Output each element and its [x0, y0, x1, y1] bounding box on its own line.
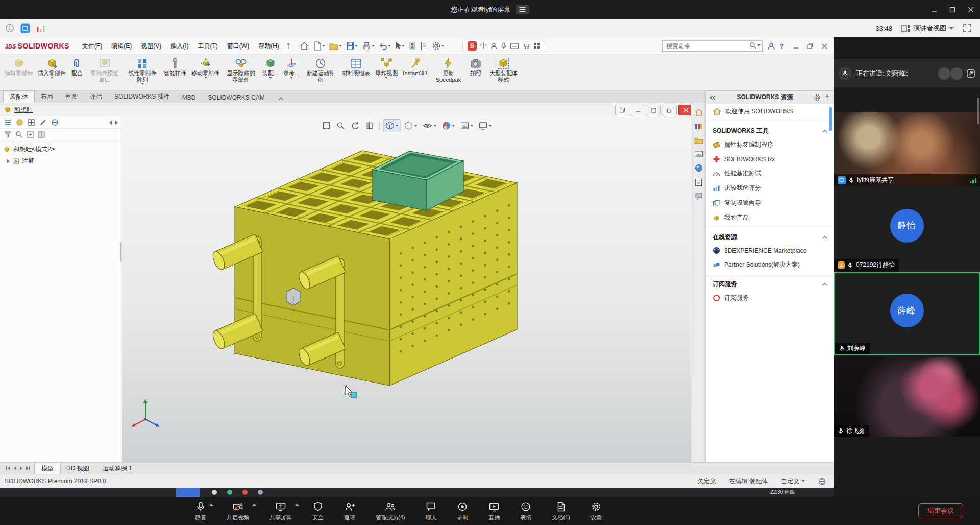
compare-my-score-item[interactable]: 比较我的评分: [706, 181, 834, 196]
welcome-solidworks-item[interactable]: 欢迎使用 SOLIDWORKS: [706, 104, 834, 119]
tree-root-item[interactable]: 和想吐<模式2>: [0, 144, 122, 155]
chevron-up-icon[interactable]: [295, 503, 299, 506]
gear-icon[interactable]: [814, 94, 821, 101]
rebuild-button[interactable]: [407, 40, 418, 52]
ribbon-bom-button[interactable]: 材料明细表: [339, 56, 373, 78]
hex-nut[interactable]: [286, 288, 301, 305]
user-account-icon[interactable]: [767, 42, 775, 50]
command-search[interactable]: [662, 40, 763, 52]
sw-minimize-button[interactable]: [789, 40, 803, 52]
live-button[interactable]: 直播: [488, 501, 500, 521]
menu-edit[interactable]: 编辑(E): [107, 37, 136, 55]
performance-benchmark-item[interactable]: 性能基准测试: [706, 166, 834, 181]
fullscreen-icon[interactable]: [963, 23, 972, 33]
pin-icon[interactable]: [824, 94, 830, 101]
first-tab-button[interactable]: [6, 466, 10, 470]
tab-model[interactable]: 模型: [34, 463, 61, 474]
file-explorer-tab-icon[interactable]: [694, 136, 703, 144]
meeting-menu-icon[interactable]: [516, 5, 529, 14]
subscription-services-item[interactable]: 订阅服务: [706, 291, 834, 305]
print-button[interactable]: [360, 40, 376, 52]
filter-icon[interactable]: [4, 131, 11, 138]
doc-maximize-button[interactable]: [647, 105, 661, 115]
doc-minimize-button[interactable]: [631, 105, 645, 115]
status-custom[interactable]: 自定义: [781, 477, 799, 486]
mute-button[interactable]: 静音: [195, 501, 206, 521]
tree-tab-right-icon[interactable]: [115, 121, 118, 125]
close-button[interactable]: [962, 0, 980, 19]
tab-mbd[interactable]: MBD: [176, 92, 202, 103]
taskbar-app-icon[interactable]: [242, 490, 248, 495]
search-icon[interactable]: [749, 42, 756, 49]
minimize-button[interactable]: [925, 0, 943, 19]
settings-button[interactable]: 设置: [591, 501, 602, 521]
menu-view[interactable]: 视图(V): [136, 37, 166, 55]
mold-assembly-model[interactable]: [122, 116, 691, 462]
share-indicator-icon[interactable]: [967, 69, 975, 78]
ribbon-linear-pattern-button[interactable]: 线性零部件阵列: [124, 56, 161, 86]
documents-button[interactable]: 文档(1): [552, 501, 570, 521]
ribbon-take-snapshot-button[interactable]: 拍照: [467, 56, 484, 78]
ribbon-mate-button[interactable]: 配合: [68, 56, 86, 78]
home-button[interactable]: [298, 40, 310, 52]
ime-toolbar[interactable]: S 中: [462, 40, 545, 52]
appearances-tab-icon[interactable]: [695, 164, 703, 172]
display-pane-icon[interactable]: [38, 131, 45, 138]
sw-close-button[interactable]: [817, 40, 831, 52]
select-button[interactable]: [394, 40, 406, 52]
menu-insert[interactable]: 插入(I): [166, 37, 193, 55]
ribbon-edit-component-button[interactable]: 编辑零部件: [2, 56, 35, 78]
tab-evaluate[interactable]: 评估: [84, 91, 108, 103]
ribbon-large-assembly-mode-button[interactable]: 大型装配体模式: [484, 56, 522, 84]
tab-motion-study[interactable]: 运动算例 1: [96, 463, 139, 474]
sidebar-scrollbar[interactable]: [977, 98, 979, 124]
tree-annotations-item[interactable]: 注解: [0, 155, 122, 167]
invite-button[interactable]: 邀请: [344, 501, 355, 521]
video-tile-liuxuefeng[interactable]: 薛峰 刘薛峰: [834, 272, 980, 355]
forum-tab-icon[interactable]: [695, 193, 703, 201]
meeting-docs-icon[interactable]: [20, 23, 30, 33]
tab-3d-views[interactable]: 3D 视图: [61, 463, 96, 474]
video-tile-xiaojingyi[interactable]: 静怡 072192肖静怡: [834, 187, 980, 271]
display-manager-tab-icon[interactable]: [51, 118, 59, 126]
tab-layout[interactable]: 布局: [35, 91, 59, 103]
custom-properties-tab-icon[interactable]: [695, 178, 702, 186]
search-input[interactable]: [662, 40, 763, 52]
menu-tools[interactable]: 工具(T): [193, 37, 223, 55]
manage-members-button[interactable]: 管理成员(4): [376, 501, 405, 521]
configuration-tab-icon[interactable]: [28, 118, 35, 126]
tab-sketch[interactable]: 草图: [59, 91, 84, 103]
ribbon-new-motion-study-button[interactable]: 新建运动算例: [302, 56, 339, 84]
open-button[interactable]: [328, 40, 343, 52]
view-mode-selector[interactable]: 演讲者视图: [901, 23, 953, 33]
ribbon-insert-component-button[interactable]: 插入零部件: [35, 56, 68, 80]
copy-settings-wizard-item[interactable]: 复制设置向导: [706, 196, 834, 210]
quick-tips-icon[interactable]: [818, 478, 826, 485]
dimxpert-tab-icon[interactable]: [39, 118, 47, 126]
help-button[interactable]: ?: [780, 42, 784, 50]
partner-solutions-item[interactable]: Partner Solutions(解决方案): [706, 257, 834, 272]
ribbon-show-hidden-button[interactable]: 显示隐藏的零部件: [222, 56, 260, 84]
meeting-info-icon[interactable]: [5, 23, 14, 33]
new-document-button[interactable]: [312, 40, 326, 52]
doc-cascade-button[interactable]: [615, 105, 629, 115]
taskbar-active-app[interactable]: [176, 488, 200, 497]
ribbon-reference-geometry-button[interactable]: 参考...: [281, 56, 302, 80]
file-properties-button[interactable]: [419, 40, 429, 52]
menu-file[interactable]: 文件(F): [78, 37, 107, 55]
menu-window[interactable]: 窗口(W): [223, 37, 254, 55]
ribbon-update-speedpak-button[interactable]: 更新Speedpak: [429, 56, 467, 84]
ribbon-smart-fasteners-button[interactable]: 智能扣件: [161, 56, 189, 78]
section-online-resources[interactable]: 在线资源: [706, 228, 834, 244]
task-pane-scrollbar[interactable]: [829, 107, 832, 131]
ribbon-instant3d-button[interactable]: Instant3D: [400, 56, 429, 78]
ribbon-component-preview-button[interactable]: 零部件预览窗口: [86, 56, 124, 84]
chevron-up-icon[interactable]: [252, 503, 256, 506]
collapse-chevrons-icon[interactable]: [710, 95, 716, 100]
selection-highlight[interactable]: [351, 392, 357, 398]
video-tile-lyf[interactable]: lyf的屏幕共享: [834, 112, 980, 186]
ribbon-assembly-features-button[interactable]: 装配...: [260, 56, 281, 80]
options-button[interactable]: [431, 40, 445, 52]
tree-tab-left-icon[interactable]: [109, 121, 112, 125]
design-library-tab-icon[interactable]: [694, 123, 703, 130]
